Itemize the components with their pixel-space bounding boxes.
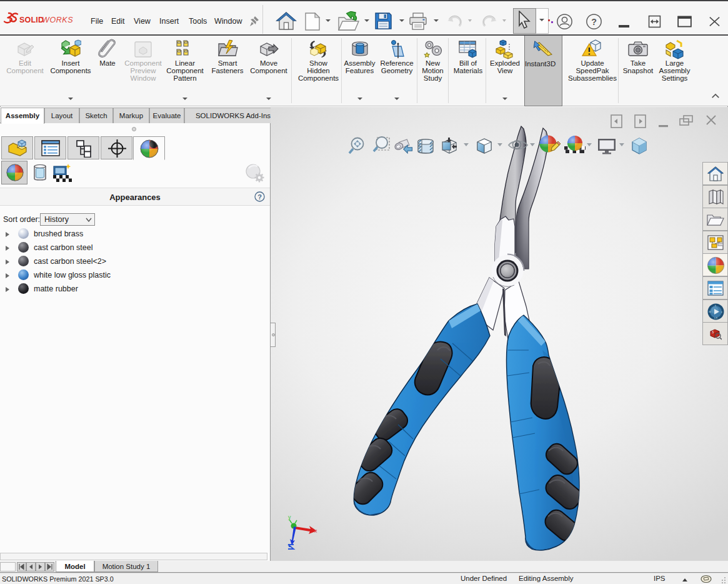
svg-text:k.R: k.R — [714, 317, 718, 320]
svg-text:y: y — [721, 311, 722, 313]
svg-text:y: y — [288, 514, 291, 520]
svg-text:30: 30 — [709, 311, 711, 313]
svg-text:x: x — [314, 528, 317, 534]
svg-text:?: ? — [257, 193, 262, 201]
svg-text:h: h — [715, 305, 716, 307]
svg-text:WORKS: WORKS — [42, 16, 73, 24]
svg-text:?: ? — [591, 17, 597, 27]
svg-text:SOLID: SOLID — [19, 16, 44, 24]
